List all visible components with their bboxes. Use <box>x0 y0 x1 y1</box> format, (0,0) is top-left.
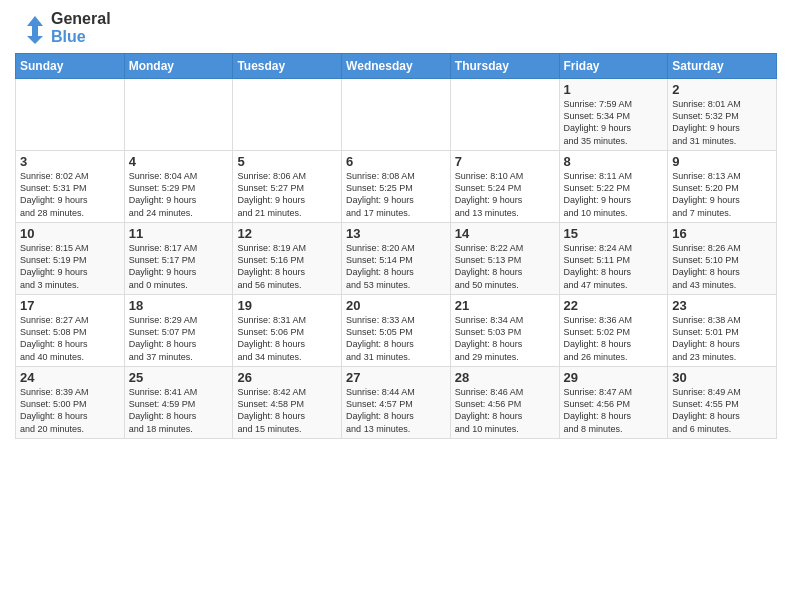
day-number: 28 <box>455 370 555 385</box>
calendar-week-1: 1Sunrise: 7:59 AM Sunset: 5:34 PM Daylig… <box>16 79 777 151</box>
day-info: Sunrise: 8:44 AM Sunset: 4:57 PM Dayligh… <box>346 386 446 435</box>
calendar-cell: 5Sunrise: 8:06 AM Sunset: 5:27 PM Daylig… <box>233 151 342 223</box>
day-info: Sunrise: 8:10 AM Sunset: 5:24 PM Dayligh… <box>455 170 555 219</box>
weekday-header-sunday: Sunday <box>16 54 125 79</box>
day-info: Sunrise: 8:38 AM Sunset: 5:01 PM Dayligh… <box>672 314 772 363</box>
day-info: Sunrise: 8:31 AM Sunset: 5:06 PM Dayligh… <box>237 314 337 363</box>
day-number: 20 <box>346 298 446 313</box>
calendar-cell <box>342 79 451 151</box>
calendar-cell: 4Sunrise: 8:04 AM Sunset: 5:29 PM Daylig… <box>124 151 233 223</box>
calendar-cell: 16Sunrise: 8:26 AM Sunset: 5:10 PM Dayli… <box>668 223 777 295</box>
calendar-cell: 22Sunrise: 8:36 AM Sunset: 5:02 PM Dayli… <box>559 295 668 367</box>
day-number: 8 <box>564 154 664 169</box>
calendar-cell: 7Sunrise: 8:10 AM Sunset: 5:24 PM Daylig… <box>450 151 559 223</box>
calendar-table: SundayMondayTuesdayWednesdayThursdayFrid… <box>15 53 777 439</box>
day-number: 24 <box>20 370 120 385</box>
weekday-header-monday: Monday <box>124 54 233 79</box>
day-info: Sunrise: 8:26 AM Sunset: 5:10 PM Dayligh… <box>672 242 772 291</box>
calendar-cell: 21Sunrise: 8:34 AM Sunset: 5:03 PM Dayli… <box>450 295 559 367</box>
day-number: 3 <box>20 154 120 169</box>
day-number: 6 <box>346 154 446 169</box>
day-number: 2 <box>672 82 772 97</box>
day-number: 14 <box>455 226 555 241</box>
day-info: Sunrise: 8:11 AM Sunset: 5:22 PM Dayligh… <box>564 170 664 219</box>
day-number: 22 <box>564 298 664 313</box>
day-info: Sunrise: 8:04 AM Sunset: 5:29 PM Dayligh… <box>129 170 229 219</box>
day-number: 29 <box>564 370 664 385</box>
weekday-header-friday: Friday <box>559 54 668 79</box>
day-info: Sunrise: 8:24 AM Sunset: 5:11 PM Dayligh… <box>564 242 664 291</box>
calendar-cell: 9Sunrise: 8:13 AM Sunset: 5:20 PM Daylig… <box>668 151 777 223</box>
calendar-week-4: 17Sunrise: 8:27 AM Sunset: 5:08 PM Dayli… <box>16 295 777 367</box>
day-number: 11 <box>129 226 229 241</box>
day-info: Sunrise: 8:42 AM Sunset: 4:58 PM Dayligh… <box>237 386 337 435</box>
day-info: Sunrise: 8:33 AM Sunset: 5:05 PM Dayligh… <box>346 314 446 363</box>
calendar-cell: 30Sunrise: 8:49 AM Sunset: 4:55 PM Dayli… <box>668 367 777 439</box>
day-number: 13 <box>346 226 446 241</box>
calendar-cell <box>233 79 342 151</box>
weekday-header-saturday: Saturday <box>668 54 777 79</box>
day-number: 21 <box>455 298 555 313</box>
calendar-cell <box>124 79 233 151</box>
day-info: Sunrise: 8:19 AM Sunset: 5:16 PM Dayligh… <box>237 242 337 291</box>
weekday-header-wednesday: Wednesday <box>342 54 451 79</box>
day-number: 15 <box>564 226 664 241</box>
calendar-cell: 2Sunrise: 8:01 AM Sunset: 5:32 PM Daylig… <box>668 79 777 151</box>
day-number: 25 <box>129 370 229 385</box>
day-info: Sunrise: 8:17 AM Sunset: 5:17 PM Dayligh… <box>129 242 229 291</box>
calendar-cell: 24Sunrise: 8:39 AM Sunset: 5:00 PM Dayli… <box>16 367 125 439</box>
day-info: Sunrise: 8:27 AM Sunset: 5:08 PM Dayligh… <box>20 314 120 363</box>
day-number: 19 <box>237 298 337 313</box>
page-container: General Blue SundayMondayTuesdayWednesda… <box>0 0 792 444</box>
day-number: 17 <box>20 298 120 313</box>
calendar-cell: 1Sunrise: 7:59 AM Sunset: 5:34 PM Daylig… <box>559 79 668 151</box>
day-number: 4 <box>129 154 229 169</box>
day-number: 26 <box>237 370 337 385</box>
logo-text-general: General <box>51 10 111 28</box>
calendar-cell: 20Sunrise: 8:33 AM Sunset: 5:05 PM Dayli… <box>342 295 451 367</box>
logo: General Blue <box>15 10 111 45</box>
day-number: 16 <box>672 226 772 241</box>
day-number: 23 <box>672 298 772 313</box>
day-number: 27 <box>346 370 446 385</box>
calendar-cell: 18Sunrise: 8:29 AM Sunset: 5:07 PM Dayli… <box>124 295 233 367</box>
day-info: Sunrise: 8:20 AM Sunset: 5:14 PM Dayligh… <box>346 242 446 291</box>
logo-bird-icon <box>15 12 47 44</box>
calendar-week-3: 10Sunrise: 8:15 AM Sunset: 5:19 PM Dayli… <box>16 223 777 295</box>
day-info: Sunrise: 8:02 AM Sunset: 5:31 PM Dayligh… <box>20 170 120 219</box>
day-info: Sunrise: 7:59 AM Sunset: 5:34 PM Dayligh… <box>564 98 664 147</box>
calendar-cell: 26Sunrise: 8:42 AM Sunset: 4:58 PM Dayli… <box>233 367 342 439</box>
calendar-cell: 15Sunrise: 8:24 AM Sunset: 5:11 PM Dayli… <box>559 223 668 295</box>
day-info: Sunrise: 8:36 AM Sunset: 5:02 PM Dayligh… <box>564 314 664 363</box>
calendar-cell: 12Sunrise: 8:19 AM Sunset: 5:16 PM Dayli… <box>233 223 342 295</box>
day-info: Sunrise: 8:39 AM Sunset: 5:00 PM Dayligh… <box>20 386 120 435</box>
calendar-cell: 6Sunrise: 8:08 AM Sunset: 5:25 PM Daylig… <box>342 151 451 223</box>
calendar-cell: 23Sunrise: 8:38 AM Sunset: 5:01 PM Dayli… <box>668 295 777 367</box>
calendar-cell: 19Sunrise: 8:31 AM Sunset: 5:06 PM Dayli… <box>233 295 342 367</box>
day-number: 5 <box>237 154 337 169</box>
day-info: Sunrise: 8:22 AM Sunset: 5:13 PM Dayligh… <box>455 242 555 291</box>
calendar-cell: 28Sunrise: 8:46 AM Sunset: 4:56 PM Dayli… <box>450 367 559 439</box>
day-info: Sunrise: 8:41 AM Sunset: 4:59 PM Dayligh… <box>129 386 229 435</box>
day-info: Sunrise: 8:47 AM Sunset: 4:56 PM Dayligh… <box>564 386 664 435</box>
day-number: 1 <box>564 82 664 97</box>
day-info: Sunrise: 8:01 AM Sunset: 5:32 PM Dayligh… <box>672 98 772 147</box>
day-info: Sunrise: 8:08 AM Sunset: 5:25 PM Dayligh… <box>346 170 446 219</box>
calendar-cell <box>16 79 125 151</box>
calendar-week-2: 3Sunrise: 8:02 AM Sunset: 5:31 PM Daylig… <box>16 151 777 223</box>
day-info: Sunrise: 8:34 AM Sunset: 5:03 PM Dayligh… <box>455 314 555 363</box>
day-info: Sunrise: 8:49 AM Sunset: 4:55 PM Dayligh… <box>672 386 772 435</box>
day-info: Sunrise: 8:06 AM Sunset: 5:27 PM Dayligh… <box>237 170 337 219</box>
weekday-header-tuesday: Tuesday <box>233 54 342 79</box>
calendar-cell: 27Sunrise: 8:44 AM Sunset: 4:57 PM Dayli… <box>342 367 451 439</box>
calendar-cell: 25Sunrise: 8:41 AM Sunset: 4:59 PM Dayli… <box>124 367 233 439</box>
day-number: 18 <box>129 298 229 313</box>
calendar-cell <box>450 79 559 151</box>
day-info: Sunrise: 8:13 AM Sunset: 5:20 PM Dayligh… <box>672 170 772 219</box>
page-header: General Blue <box>15 10 777 45</box>
calendar-cell: 14Sunrise: 8:22 AM Sunset: 5:13 PM Dayli… <box>450 223 559 295</box>
calendar-cell: 11Sunrise: 8:17 AM Sunset: 5:17 PM Dayli… <box>124 223 233 295</box>
weekday-header-thursday: Thursday <box>450 54 559 79</box>
day-number: 12 <box>237 226 337 241</box>
day-info: Sunrise: 8:15 AM Sunset: 5:19 PM Dayligh… <box>20 242 120 291</box>
